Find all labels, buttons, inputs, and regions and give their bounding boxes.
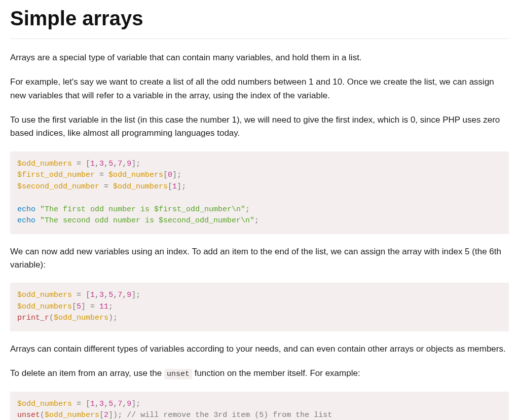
code-op: = (86, 302, 99, 311)
code-punc: ] (131, 400, 136, 408)
code-var: $odd_numbers (17, 160, 72, 168)
code-num: 7 (118, 291, 122, 299)
code-var: $odd_numbers (17, 291, 72, 299)
code-punc: , (113, 400, 118, 408)
code-string: "The first odd number is $first_odd_numb… (40, 205, 245, 214)
code-block-2: $odd_numbers = [1,3,5,7,9]; $odd_numbers… (10, 283, 509, 331)
code-fn: unset (17, 411, 40, 419)
paragraph: For example, let's say we want to create… (10, 75, 509, 102)
code-punc: , (122, 400, 127, 408)
code-num: 2 (104, 411, 108, 419)
paragraph: To delete an item from an array, use the… (10, 367, 509, 380)
code-string: "The second odd number is $second_odd_nu… (40, 216, 254, 225)
code-op: = (72, 400, 86, 408)
code-num: 3 (99, 160, 104, 168)
code-punc: ] (81, 302, 86, 311)
code-var: $odd_numbers (17, 302, 72, 311)
code-punc: , (95, 400, 99, 408)
code-punc: , (104, 291, 108, 299)
code-punc: , (113, 291, 118, 299)
code-num: 7 (118, 400, 122, 408)
code-punc: [ (86, 400, 90, 408)
code-block-1: $odd_numbers = [1,3,5,7,9]; $first_odd_n… (10, 151, 509, 234)
code-num: 11 (99, 302, 108, 311)
code-var: $odd_numbers (17, 400, 72, 408)
code-punc: , (95, 291, 99, 299)
code-comment: // will remove the 3rd item (5) from the… (127, 411, 332, 419)
code-num: 1 (90, 400, 95, 408)
code-var: $first_odd_number (17, 171, 95, 179)
paragraph: Arrays can contain different types of va… (10, 342, 509, 356)
code-punc: ; (177, 171, 181, 179)
code-punc: ; (245, 205, 250, 214)
code-num: 9 (127, 291, 131, 299)
code-var: $odd_numbers (113, 182, 168, 191)
code-punc: , (122, 160, 127, 168)
code-punc: [ (72, 302, 77, 311)
code-punc: [ (86, 160, 90, 168)
code-punc: ; (181, 182, 186, 191)
code-punc: ] (172, 171, 177, 179)
code-op: = (72, 160, 86, 168)
code-num: 5 (108, 400, 113, 408)
code-punc: , (104, 160, 108, 168)
code-op: = (95, 171, 108, 179)
code-punc: [ (99, 411, 104, 419)
code-op: = (72, 291, 86, 299)
code-num: 9 (127, 160, 131, 168)
code-num: 3 (99, 400, 104, 408)
page-title: Simple arrays (10, 3, 509, 39)
code-num: 1 (90, 291, 95, 299)
paragraph-text: function on the member itself. For examp… (192, 368, 360, 378)
code-num: 9 (127, 400, 131, 408)
code-punc: [ (86, 291, 90, 299)
code-punc: [ (163, 171, 168, 179)
code-punc: ; (113, 314, 118, 322)
code-punc: , (104, 400, 108, 408)
code-var: $odd_numbers (45, 411, 99, 419)
code-punc: ] (177, 182, 181, 191)
code-punc: ; (136, 291, 140, 299)
code-punc: ( (49, 314, 54, 322)
code-punc: ] (108, 411, 113, 419)
code-keyword: echo (17, 216, 35, 225)
code-punc: [ (168, 182, 172, 191)
code-num: 0 (168, 171, 172, 179)
paragraph: Arrays are a special type of variable th… (10, 51, 509, 64)
code-punc: ; (136, 160, 140, 168)
code-num: 1 (172, 182, 177, 191)
code-punc: ( (40, 411, 45, 419)
code-punc: , (122, 291, 127, 299)
code-num: 5 (77, 302, 81, 311)
code-punc: , (95, 160, 99, 168)
code-punc: ] (131, 160, 136, 168)
code-punc: ) (108, 314, 113, 322)
inline-code: unset (164, 369, 192, 379)
code-var: $second_odd_number (17, 182, 99, 191)
code-num: 3 (99, 291, 104, 299)
code-num: 5 (108, 291, 113, 299)
code-num: 7 (118, 160, 122, 168)
code-punc: ) (113, 411, 118, 419)
code-punc: ; (136, 400, 140, 408)
code-num: 5 (108, 160, 113, 168)
code-block-3: $odd_numbers = [1,3,5,7,9]; unset($odd_n… (10, 392, 509, 420)
code-punc: ; (108, 302, 113, 311)
code-punc: ; (118, 411, 122, 419)
code-punc: ] (131, 291, 136, 299)
paragraph: To use the first variable in the list (i… (10, 113, 509, 140)
code-var: $odd_numbers (54, 314, 108, 322)
code-op: = (99, 182, 113, 191)
code-keyword: echo (17, 205, 35, 214)
code-punc: , (113, 160, 118, 168)
code-num: 1 (90, 160, 95, 168)
code-var: $odd_numbers (108, 171, 163, 179)
paragraph: We can now add new variables using an in… (10, 245, 509, 272)
code-punc: ; (254, 216, 259, 225)
code-fn: print_r (17, 314, 49, 322)
paragraph-text: To delete an item from an array, use the (10, 368, 164, 378)
